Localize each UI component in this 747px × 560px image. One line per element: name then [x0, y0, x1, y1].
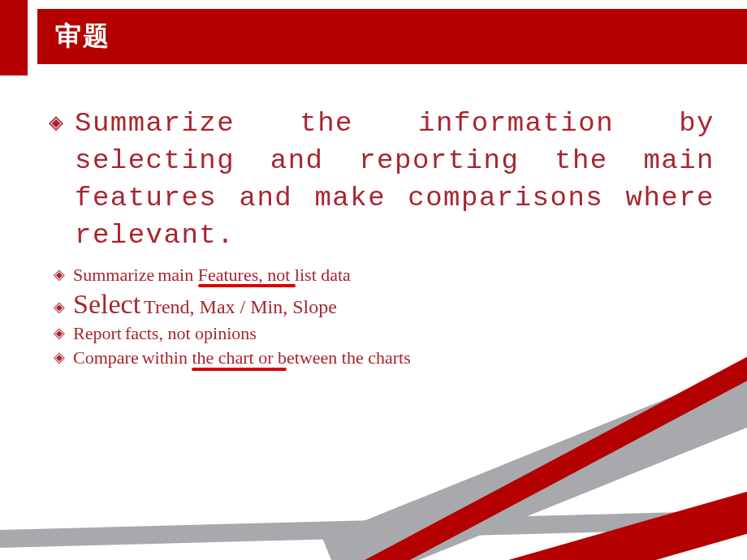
compare-desc-post: etween the charts — [287, 347, 411, 368]
header-sidebar — [0, 0, 28, 75]
select-keyword: Select — [73, 289, 140, 319]
slide-content: ◈ Summarize the information by selecting… — [49, 106, 715, 372]
report-desc: facts, not opinions — [125, 323, 257, 343]
slide-title: 审题 — [55, 19, 110, 54]
summarize-desc-post: not list data — [263, 265, 351, 285]
summarize-underline: Features, — [198, 265, 263, 286]
bullet-icon: ◈ — [54, 324, 65, 342]
bullet-icon: ◈ — [54, 298, 65, 316]
report-keyword: Report — [73, 323, 122, 343]
bullet-select: ◈ Select Trend, Max / Min, Slope — [49, 289, 715, 320]
select-desc: Trend, Max / Min, Slope — [144, 296, 337, 317]
summarize-keyword: Summarize — [73, 265, 154, 285]
compare-desc-pre: within — [142, 347, 192, 368]
header-bar: 审题 — [37, 9, 747, 64]
main-summary-text: Summarize the information by selecting a… — [75, 108, 715, 251]
summarize-desc-pre: main — [158, 265, 198, 285]
compare-underline: the chart or b — [192, 347, 287, 368]
bullet-icon: ◈ — [54, 348, 65, 366]
main-summary: ◈ Summarize the information by selecting… — [49, 106, 715, 255]
bullet-report: ◈ Report facts, not opinions — [49, 323, 715, 344]
bullet-icon: ◈ — [54, 265, 65, 283]
bullet-summarize: ◈ Summarize main Features, not list data — [49, 265, 715, 286]
bullet-compare: ◈ Compare within the chart or between th… — [49, 347, 715, 368]
bullet-icon: ◈ — [49, 107, 65, 140]
compare-keyword: Compare — [73, 347, 139, 368]
